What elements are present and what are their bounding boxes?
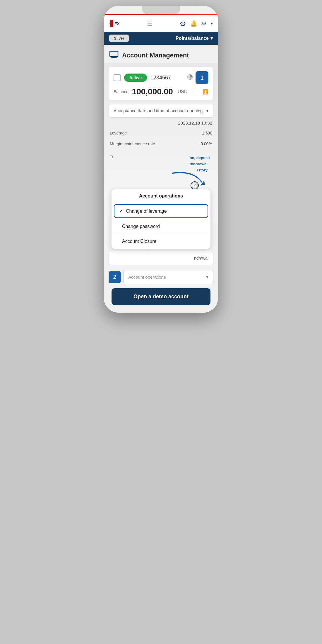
active-badge: Active <box>124 74 147 82</box>
phone-frame: FXON ☰ ⏻ 🔔 ⚙ ▾ Silver Points/balance ▾ A… <box>104 6 218 313</box>
account-operations-placeholder: Account operations <box>128 275 166 280</box>
bell-icon[interactable]: 🔔 <box>190 20 197 27</box>
account-operations-header: Account operations <box>112 189 210 203</box>
check-mark-icon: ✓ <box>119 208 123 214</box>
operations-section: Tr... ion, deposit ithhdrawal istory 🕐 A… <box>109 149 213 267</box>
sort-icon: ⏫ <box>203 89 208 95</box>
change-password-label: Change password <box>122 224 160 229</box>
account-step-2-badge: 2 <box>109 271 121 283</box>
leverage-value: 1:500 <box>202 131 212 135</box>
account-ops-chevron-icon: ▾ <box>206 274 208 280</box>
phone-notch <box>142 6 180 14</box>
transaction-label-partial: Tr... <box>110 155 116 159</box>
account-management-icon <box>109 50 119 60</box>
svg-rect-2 <box>112 20 113 27</box>
margin-row: Margin maintenance rate 0.00% <box>109 139 213 149</box>
acceptance-date-label: Acceptance date and time of account open… <box>114 108 203 113</box>
leverage-label: Leverage <box>110 131 127 135</box>
main-content: Active 1234567 1 Balance <box>104 63 218 313</box>
leverage-row: Leverage 1:500 <box>109 128 213 139</box>
silver-badge: Silver <box>109 35 129 42</box>
clock-icon: 🕐 <box>191 181 199 190</box>
margin-label: Margin maintenance rate <box>110 142 155 146</box>
account-step-1-badge: 1 <box>196 71 208 84</box>
partial-action-text: ion, deposit ithhdrawal istory <box>189 155 212 173</box>
points-balance-button[interactable]: Points/balance ▾ <box>176 35 213 41</box>
nav-bar: Silver Points/balance ▾ <box>104 32 218 45</box>
svg-marker-8 <box>200 181 205 185</box>
account-operations-selector[interactable]: Account operations ▾ <box>123 270 213 284</box>
points-balance-label: Points/balance <box>176 36 209 41</box>
header-icons: ⏻ 🔔 ⚙ ▾ <box>180 20 213 27</box>
fxon-logo-icon: FXON <box>109 19 120 28</box>
page-title-bar: Account Management <box>104 45 218 63</box>
account-card: Active 1234567 1 Balance <box>109 67 213 101</box>
balance-label: Balance <box>114 89 129 94</box>
points-balance-chevron-icon: ▾ <box>210 35 213 41</box>
open-demo-account-button[interactable]: Open a demo account <box>112 288 210 305</box>
balance-currency: USD <box>178 89 188 94</box>
power-icon[interactable]: ⏻ <box>180 20 186 27</box>
svg-rect-5 <box>112 57 116 57</box>
svg-rect-4 <box>110 51 118 57</box>
acceptance-date-dropdown[interactable]: Acceptance date and time of account open… <box>109 104 213 117</box>
account-checkbox[interactable] <box>114 74 121 81</box>
pie-chart-icon <box>187 74 193 81</box>
withdrawal-partial-text: ndrawal <box>194 256 208 260</box>
account-closure-option[interactable]: Account Closure <box>112 234 210 249</box>
account-number: 1234567 <box>150 75 171 81</box>
change-of-leverage-label: Change of leverage <box>126 209 167 214</box>
svg-text:FXON: FXON <box>114 21 120 26</box>
page-title: Account Management <box>122 52 189 59</box>
account-closure-label: Account Closure <box>122 239 156 244</box>
change-password-option[interactable]: Change password <box>112 219 210 234</box>
section2-container: 2 Account operations ▾ <box>109 270 213 284</box>
account-operations-dropdown[interactable]: Account operations ✓ Change of leverage … <box>112 189 210 249</box>
svg-rect-1 <box>110 20 112 27</box>
logo: FXON <box>109 19 120 28</box>
change-of-leverage-option[interactable]: ✓ Change of leverage <box>114 204 208 218</box>
header-chevron-icon[interactable]: ▾ <box>211 21 213 26</box>
balance-amount: 100,000.00 <box>132 87 173 96</box>
gear-icon[interactable]: ⚙ <box>201 20 207 27</box>
acceptance-date-value: 2023.12.18 19:32 <box>109 119 213 128</box>
margin-value: 0.00% <box>201 142 212 146</box>
acceptance-date-chevron-icon: ▾ <box>206 108 208 113</box>
svg-rect-6 <box>111 57 117 58</box>
header: FXON ☰ ⏻ 🔔 ⚙ ▾ <box>104 15 218 32</box>
hamburger-menu[interactable]: ☰ <box>147 20 153 27</box>
